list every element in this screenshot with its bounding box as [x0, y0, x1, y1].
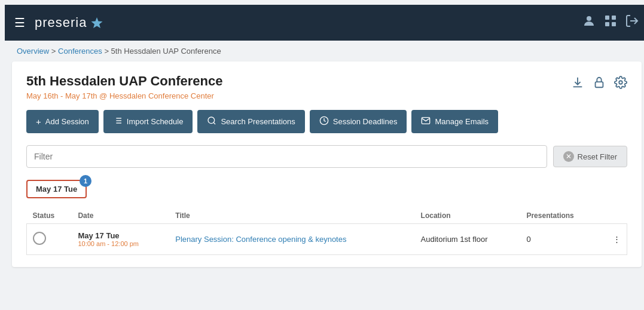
col-title: Title: [169, 208, 414, 224]
hamburger-icon[interactable]: ☰: [14, 16, 25, 30]
logo-text: preseria: [35, 15, 87, 30]
svg-rect-7: [596, 82, 603, 87]
reset-filter-label: Reset Filter: [578, 152, 617, 161]
svg-rect-4: [605, 22, 609, 26]
add-session-label: Add Session: [45, 117, 89, 126]
status-circle[interactable]: [33, 232, 46, 245]
svg-point-8: [619, 81, 622, 84]
day-tabs: May 17 Tue 1: [26, 180, 627, 198]
search-presentations-label: Search Presentations: [221, 117, 295, 126]
breadcrumb-overview[interactable]: Overview: [17, 47, 49, 56]
session-title-link[interactable]: Plenary Session: Conference opening & ke…: [175, 235, 346, 244]
session-deadlines-button[interactable]: Session Deadlines: [310, 110, 407, 133]
breadcrumb-conferences[interactable]: Conferences: [58, 47, 102, 56]
conference-title: 5th Hessdalen UAP Conference: [26, 73, 222, 89]
lock-icon[interactable]: [593, 76, 606, 92]
table-row: May 17 Tue 10:00 am - 12:00 pm Plenary S…: [27, 224, 627, 255]
row-title: Plenary Session: Conference opening & ke…: [169, 224, 414, 255]
day-tab-label: May 17 Tue: [36, 185, 77, 194]
logo: preseria: [35, 15, 103, 30]
col-location: Location: [415, 208, 521, 224]
grid-icon[interactable]: [603, 14, 618, 32]
filter-row: ✕ Reset Filter: [26, 145, 627, 168]
row-status: [27, 224, 72, 255]
breadcrumb-current: 5th Hessdalen UAP Conference: [111, 47, 221, 56]
manage-emails-label: Manage Emails: [435, 117, 489, 126]
session-date-main: May 17 Tue: [78, 231, 163, 240]
col-date: Date: [72, 208, 169, 224]
col-actions: [600, 208, 627, 224]
row-kebab-menu[interactable]: ⋮: [600, 224, 627, 255]
day-tab-badge: 1: [80, 175, 91, 187]
logout-icon[interactable]: [625, 14, 639, 32]
session-date-time: 10:00 am - 12:00 pm: [78, 240, 163, 247]
svg-rect-2: [605, 16, 609, 20]
top-header: ☰ preseria: [5, 5, 644, 41]
email-icon: [421, 116, 431, 127]
conference-actions: [571, 73, 627, 92]
search-icon: [207, 116, 216, 127]
svg-marker-0: [91, 17, 103, 28]
row-date: May 17 Tue 10:00 am - 12:00 pm: [72, 224, 169, 255]
conference-header: 5th Hessdalen UAP Conference May 16th - …: [26, 73, 627, 100]
toolbar: + Add Session Import Schedule Search Pre…: [26, 110, 627, 133]
row-presentations: 0: [520, 224, 600, 255]
clock-icon: [319, 116, 329, 127]
sessions-table: Status Date Title Location Presentations…: [26, 208, 627, 255]
table-header-row: Status Date Title Location Presentations: [27, 208, 627, 224]
breadcrumb: Overview > Conferences > 5th Hessdalen U…: [5, 41, 644, 62]
row-location: Auditorium 1st floor: [415, 224, 521, 255]
reset-icon: ✕: [563, 151, 574, 162]
import-schedule-label: Import Schedule: [127, 117, 184, 126]
svg-rect-5: [612, 22, 616, 26]
add-session-button[interactable]: + Add Session: [26, 110, 99, 133]
download-icon[interactable]: [571, 76, 584, 92]
header-right: [582, 14, 639, 32]
breadcrumb-sep1: >: [51, 47, 58, 56]
logo-star-icon: [90, 16, 103, 29]
col-presentations: Presentations: [520, 208, 600, 224]
col-status: Status: [27, 208, 72, 224]
header-left: ☰ preseria: [14, 15, 103, 30]
session-deadlines-label: Session Deadlines: [333, 117, 398, 126]
conference-info: 5th Hessdalen UAP Conference May 16th - …: [26, 73, 222, 100]
import-schedule-button[interactable]: Import Schedule: [103, 110, 193, 133]
reset-filter-button[interactable]: ✕ Reset Filter: [553, 146, 627, 167]
manage-emails-button[interactable]: Manage Emails: [411, 110, 498, 133]
day-tab-may17[interactable]: May 17 Tue 1: [26, 180, 87, 198]
search-presentations-button[interactable]: Search Presentations: [197, 110, 304, 133]
settings-icon[interactable]: [614, 76, 627, 92]
main-content: 5th Hessdalen UAP Conference May 16th - …: [12, 62, 642, 267]
breadcrumb-sep2: >: [104, 47, 111, 56]
svg-rect-3: [612, 16, 616, 20]
svg-point-15: [208, 117, 215, 124]
filter-input[interactable]: [26, 145, 547, 168]
svg-point-1: [587, 16, 591, 21]
user-icon[interactable]: [582, 14, 596, 32]
add-icon: +: [36, 116, 41, 127]
conference-dates: May 16th - May 17th @ Hessdalen Conferen…: [26, 91, 222, 100]
import-icon: [113, 116, 123, 127]
svg-line-16: [214, 122, 216, 124]
